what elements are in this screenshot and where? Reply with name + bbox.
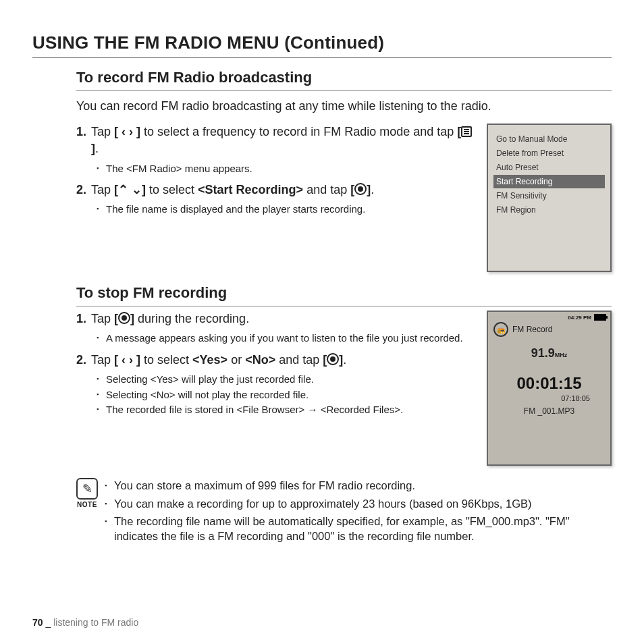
page-number: 70 bbox=[32, 617, 43, 628]
step: Tap [⌃ ⌄] to select <Start Recording> an… bbox=[76, 182, 477, 216]
section-intro: You can record FM radio broadcasting at … bbox=[76, 98, 612, 114]
section-heading-stop: To stop FM recording bbox=[76, 284, 612, 306]
device-filename: FM _001.MP3 bbox=[488, 406, 610, 416]
select-icon bbox=[354, 183, 367, 195]
device-title: FM Record bbox=[512, 325, 552, 334]
menu-item: Delete from Preset bbox=[493, 146, 605, 160]
menu-item: Auto Preset bbox=[493, 161, 605, 174]
sub-step: The <FM Radio> menu appears. bbox=[97, 162, 477, 176]
select-icon bbox=[327, 353, 339, 365]
sub-step: The file name is displayed and the playe… bbox=[97, 203, 477, 216]
device-timer: 00:01:15 bbox=[488, 374, 610, 393]
note-label: NOTE bbox=[76, 501, 98, 508]
menu-item: FM Region bbox=[493, 203, 605, 217]
device-elapsed: 07:18:05 bbox=[488, 394, 610, 402]
sub-step: A message appears asking you if you want… bbox=[97, 331, 477, 345]
battery-icon bbox=[594, 314, 606, 321]
step: Tap [] during the recording. A message a… bbox=[76, 311, 477, 345]
device-frequency: 91.9MHz bbox=[488, 346, 610, 360]
lr-buttons-glyph: [ ‹ › ] bbox=[114, 125, 140, 138]
page-footer: 70 _ listening to FM radio bbox=[32, 617, 138, 628]
menu-item: Go to Manual Mode bbox=[493, 132, 605, 146]
menu-icon bbox=[461, 126, 472, 137]
sub-step: The recorded file is stored in <File Bro… bbox=[97, 403, 477, 417]
step: Tap [ ‹ › ] to select <Yes> or <No> and … bbox=[76, 352, 477, 417]
sub-step: Selecting <Yes> will play the just recor… bbox=[97, 373, 477, 386]
menu-item: FM Sensitivity bbox=[493, 189, 605, 203]
rule bbox=[32, 57, 612, 58]
device-screenshot-record: 04:29 PM 📻 FM Record 91.9MHz 00:01:15 07… bbox=[487, 311, 612, 466]
note-item: The recording file name will be automati… bbox=[105, 514, 612, 544]
updown-buttons-glyph: [⌃ ⌄] bbox=[114, 183, 146, 196]
note-item: You can make a recording for up to appro… bbox=[105, 496, 612, 511]
footer-title: listening to FM radio bbox=[53, 617, 138, 628]
section-heading-record: To record FM Radio broadcasting bbox=[76, 69, 612, 91]
note-item: You can store a maximum of 999 files for… bbox=[105, 478, 612, 493]
page-title: USING THE FM RADIO MENU (Continued) bbox=[32, 32, 612, 53]
note-icon: ✎ bbox=[76, 478, 98, 500]
device-screenshot-menu: Go to Manual Mode Delete from Preset Aut… bbox=[487, 124, 612, 272]
radio-icon: 📻 bbox=[493, 322, 508, 337]
device-time: 04:29 PM bbox=[568, 315, 591, 321]
step: Tap [ ‹ › ] to select a frequency to rec… bbox=[76, 124, 477, 175]
lr-buttons-glyph: [ ‹ › ] bbox=[114, 353, 140, 367]
menu-item-selected: Start Recording bbox=[493, 175, 605, 188]
sub-step: Selecting <No> will not play the recorde… bbox=[97, 388, 477, 402]
select-icon bbox=[118, 312, 130, 324]
